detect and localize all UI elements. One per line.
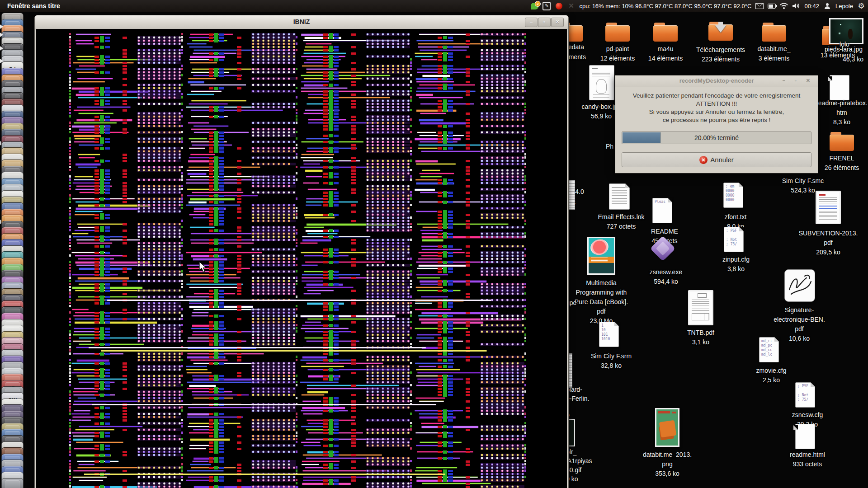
desktop-icon-databit-me-2013-png[interactable]: [655, 408, 679, 447]
partial-icon-label[interactable]: edata: [568, 43, 584, 51]
readme-label[interactable]: README: [651, 227, 678, 236]
folder-databit-me-label[interactable]: databit.me_: [757, 44, 790, 53]
dialog-window-controls[interactable]: – ▫ ✕: [783, 78, 814, 84]
zsnesw-cfg-label[interactable]: zsnesw.cfg: [792, 410, 823, 419]
desktop-icon-subvention-2013-pdf[interactable]: [816, 191, 841, 224]
databit-me-2013-png-label[interactable]: png: [662, 460, 672, 469]
x-tray-icon[interactable]: ✕: [567, 2, 575, 10]
desktop-icon-zinput-cfg[interactable]: ; PSF ; Not ; 75/: [724, 227, 744, 252]
subvention-2013-pdf-label[interactable]: 209,5 ko: [816, 248, 840, 257]
folder-frenel-label[interactable]: 26 éléments: [825, 163, 859, 172]
partial-icon-label[interactable]: iA1rpiyas: [566, 457, 592, 465]
battery-icon[interactable]: [768, 2, 776, 10]
dock-item-robot-gray[interactable]: [1, 478, 24, 488]
signature-electronique-ben-pdf-label[interactable]: electronique-BEN.: [774, 315, 825, 324]
partial-icon-label[interactable]: Ph: [606, 143, 613, 150]
sim-city-f-srm-label[interactable]: Sim City F.srm: [591, 352, 632, 361]
desktop-icon-zsnesw-cfg[interactable]: ; PSF ; Not ; 75/: [795, 382, 815, 408]
zmovie-cfg-label[interactable]: zmovie.cfg: [756, 366, 787, 375]
folder-pd-paint-label[interactable]: pd-paint: [606, 44, 629, 53]
ibniz-window: IBNIZ – ▫ ✕: [34, 15, 569, 488]
clock[interactable]: 00:42: [804, 3, 819, 9]
dialog-message-line3: Si vous appuyez sur Annuler ou fermez la…: [619, 108, 814, 116]
recording-indicator-icon[interactable]: [555, 2, 563, 10]
minimize-button[interactable]: –: [525, 18, 538, 27]
desktop-icon-readme[interactable]: Pleas: [652, 198, 672, 223]
databit-me-2013-png-label[interactable]: 353,6 ko: [655, 469, 679, 478]
desktop-icon-folder-databit-me[interactable]: [762, 23, 786, 42]
ibniz-titlebar[interactable]: IBNIZ – ▫ ✕: [35, 15, 568, 29]
subvention-2013-pdf-label[interactable]: SUBVENTION-2013.: [799, 229, 858, 238]
multimedia-ebook-pdf-label[interactable]: pdf: [597, 307, 605, 316]
desktop-icon-folder-ma4u[interactable]: [653, 23, 678, 42]
desktop-icon-zfont-txt[interactable]: ; em 0000 0000 0000: [723, 183, 743, 208]
signature-electronique-ben-pdf-label[interactable]: pdf: [795, 324, 803, 333]
desktop-icon-folder-pd-paint[interactable]: [605, 23, 630, 42]
desktop-icon-sim-city-f-srm[interactable]: 1 10 101 1010: [599, 322, 619, 347]
progress-label: 20.00% terminé: [622, 132, 811, 144]
zfont-txt-label[interactable]: zfont.txt: [724, 212, 746, 221]
folder-telechargements-label[interactable]: Téléchargements: [696, 45, 745, 54]
mail-icon[interactable]: [755, 2, 764, 10]
readme-html-label[interactable]: readme.html: [790, 450, 825, 459]
cancel-button[interactable]: ✕ Annuler: [622, 152, 811, 167]
folder-databit-me-label[interactable]: 3 éléments: [759, 54, 789, 63]
folder-ma4u-label[interactable]: ma4u: [657, 44, 673, 53]
user-icon[interactable]: [823, 2, 831, 10]
username[interactable]: Lepole: [835, 3, 853, 9]
tntb-pdf-label[interactable]: 3,1 ko: [692, 338, 709, 347]
zinput-cfg-label[interactable]: 3,8 ko: [727, 264, 745, 273]
volume-icon[interactable]: [792, 2, 800, 10]
desktop-icon-tntb-pdf[interactable]: [688, 290, 713, 325]
readme-piratebox-htm-label[interactable]: readme-piratebox.: [816, 99, 868, 108]
folder-frenel-label[interactable]: FRENEL: [829, 154, 854, 163]
chat-icon[interactable]: 2: [530, 2, 538, 10]
sim-city-f-smc-label[interactable]: 524,3 ko: [791, 186, 815, 195]
cancel-label: Annuler: [710, 156, 734, 164]
desktop-icon-zsnesw-exe[interactable]: [654, 239, 672, 258]
readme-piratebox-htm-label[interactable]: 8,3 ko: [833, 117, 850, 127]
zmovie-cfg-label[interactable]: 2,5 ko: [763, 375, 780, 385]
cancel-x-icon: ✕: [699, 156, 708, 164]
zsnesw-exe-label[interactable]: zsnesw.exe: [650, 267, 682, 277]
email-effects-lnk-label[interactable]: 727 octets: [607, 222, 636, 231]
desktop-icon-email-effects-lnk[interactable]: [609, 183, 630, 210]
email-effects-lnk-label[interactable]: Email Effects.lnk: [598, 212, 644, 221]
compose-icon[interactable]: ✎: [542, 2, 551, 10]
top-panel: Fenêtre sans titre 2 ✎ ✕ cpu: 16% mem: 1…: [0, 0, 868, 12]
folder-pd-paint-label[interactable]: 12 éléments: [600, 54, 635, 63]
sim-city-f-srm-label[interactable]: 32,8 ko: [601, 361, 622, 370]
maximize-button[interactable]: ▫: [538, 18, 551, 27]
desktop-icon-zmovie-cfg[interactable]: md_r: md_pc md_cc md_lc: [759, 337, 779, 362]
databit-me-2013-png-label[interactable]: databit.me_2013.: [643, 450, 692, 459]
subvention-2013-pdf-label[interactable]: pdf: [824, 238, 832, 247]
candy-box-jpg-label[interactable]: 56,9 ko: [591, 112, 612, 121]
dialog-titlebar[interactable]: recordMyDesktop-encoder – ▫ ✕: [615, 75, 818, 87]
multimedia-ebook-pdf-label[interactable]: Multimedia: [586, 278, 617, 287]
multimedia-ebook-pdf-label[interactable]: Pure Data [eBook].: [575, 297, 628, 306]
zsnesw-exe-label[interactable]: 594,4 ko: [654, 277, 678, 286]
readme-html-label[interactable]: 933 octets: [793, 460, 822, 469]
gear-icon[interactable]: ⚙: [857, 2, 865, 10]
overlapping-icon-label[interactable]: 46,3 ko: [843, 55, 863, 64]
wifi-icon[interactable]: [780, 2, 788, 10]
desktop-icon-readme-html[interactable]: [795, 424, 815, 449]
folder-ma4u-label[interactable]: 14 éléments: [648, 54, 683, 63]
desktop-icon-readme-piratebox-htm[interactable]: [830, 75, 849, 100]
readme-piratebox-htm-label[interactable]: htm: [836, 108, 847, 117]
partial-icon-label[interactable]: e-Ferlin.: [566, 395, 589, 402]
desktop-icon-multimedia-ebook-pdf[interactable]: [587, 237, 615, 275]
desktop-icon-signature-electronique-ben-pdf[interactable]: [784, 269, 815, 302]
desktop-icon-folder-telechargements[interactable]: [708, 22, 733, 41]
multimedia-ebook-pdf-label[interactable]: Programming with: [576, 288, 627, 297]
tntb-pdf-label[interactable]: TNTB.pdf: [687, 328, 714, 337]
zinput-cfg-label[interactable]: zinput.cfg: [722, 255, 750, 264]
signature-electronique-ben-pdf-label[interactable]: Signature-: [785, 305, 814, 314]
close-button[interactable]: ✕: [551, 18, 564, 27]
desktop-screen: pd-paint12 élémentsma4u14 élémentsTéléch…: [0, 0, 868, 488]
desktop-icon-folder-frenel[interactable]: [830, 132, 854, 151]
desktop-icon-candy-box-jpg[interactable]: [589, 65, 614, 100]
folder-telechargements-label[interactable]: 223 éléments: [702, 55, 740, 64]
sim-city-f-smc-label[interactable]: Sim City F.smc: [782, 176, 824, 185]
signature-electronique-ben-pdf-label[interactable]: 10,6 ko: [789, 334, 810, 343]
